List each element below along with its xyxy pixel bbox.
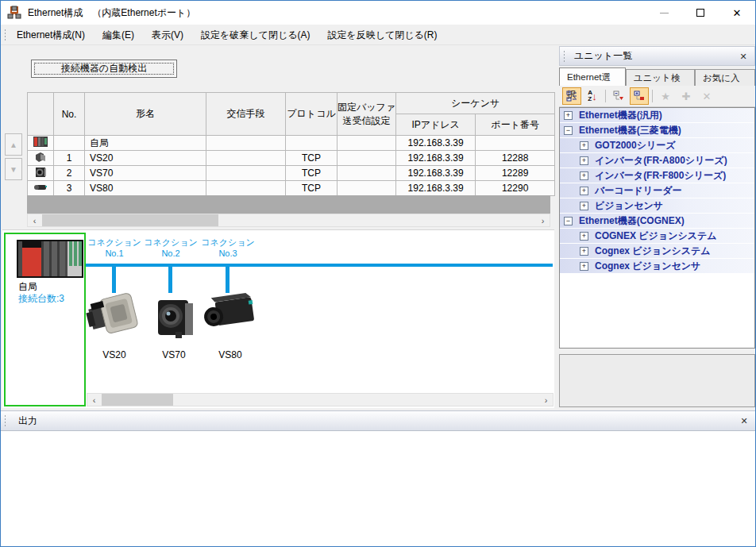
collapse-icon[interactable]: −	[564, 217, 573, 225]
tree-item-cognex-vision-system-upper[interactable]: + COGNEX ビジョンシステム	[560, 229, 754, 244]
expand-icon[interactable]: +	[580, 171, 588, 180]
row-up-button[interactable]: ▲	[5, 133, 22, 156]
expand-icon[interactable]: +	[580, 156, 588, 165]
expand-icon[interactable]: +	[580, 141, 588, 150]
sort-az-button[interactable]: AZ ↓	[583, 87, 602, 105]
connection-label-3: コネクション No.3	[195, 237, 261, 259]
tree-item-got2000[interactable]: + GOT2000シリーズ	[560, 138, 754, 153]
menu-view[interactable]: 表示(V)	[144, 26, 191, 44]
cell-port[interactable]: 12290	[476, 181, 555, 196]
expand-icon[interactable]: +	[580, 187, 588, 195]
cell-no-selected[interactable]	[54, 136, 85, 151]
col-comm-header: 交信手段	[206, 93, 286, 136]
table-row-vs80[interactable]: 3 VS80 TCP 192.168.3.39 12290	[28, 181, 555, 196]
vs80-camera-image[interactable]	[199, 292, 261, 338]
scroll-left-icon[interactable]: ‹	[28, 214, 41, 226]
table-row-vs20[interactable]: 1 VS20 TCP 192.168.3.39 12288	[28, 151, 555, 166]
expand-all-button[interactable]	[630, 87, 649, 105]
menu-ethernet-config[interactable]: Ethernet構成(N)	[9, 26, 93, 44]
collapse-all-button[interactable]	[609, 87, 628, 105]
col-plc-group-header: シーケンサ	[396, 93, 555, 114]
cell-model[interactable]: 自局	[85, 136, 206, 151]
conn3-line2: No.3	[195, 248, 261, 259]
tree-item-inverter-frf800[interactable]: + インバータ(FR-F800シリーズ)	[560, 168, 754, 183]
cell-ip[interactable]: 192.168.3.39	[396, 136, 476, 151]
cell-protocol[interactable]: TCP	[286, 166, 338, 181]
cell-ip[interactable]: 192.168.3.39	[396, 181, 476, 196]
row-down-button[interactable]: ▼	[5, 158, 22, 180]
minimize-button[interactable]	[646, 1, 682, 25]
table-row-host[interactable]: 自局 192.168.3.39	[28, 136, 555, 151]
menu-discard-close[interactable]: 設定を破棄して閉じる(A)	[193, 26, 318, 44]
add-favorite-button[interactable]: ✚	[677, 87, 696, 105]
vs20-camera-image[interactable]	[86, 287, 143, 343]
star-icon: ★	[661, 91, 670, 102]
tree-item-ethernet-cognex[interactable]: − Ethernet機器(COGNEX)	[560, 214, 754, 229]
tree-label: COGNEX ビジョンシステム	[595, 229, 717, 243]
table-hscroll-thumb[interactable]	[42, 214, 218, 226]
tree-item-inverter-fra800[interactable]: + インバータ(FR-A800シリーズ)	[560, 153, 754, 168]
tree-label: Ethernet機器(汎用)	[579, 109, 662, 122]
expand-icon[interactable]: +	[580, 202, 588, 210]
vs70-camera-image[interactable]	[152, 295, 196, 341]
cell-protocol[interactable]: TCP	[286, 181, 338, 196]
cell-port[interactable]: 12288	[476, 151, 555, 166]
tree-item-barcode-reader[interactable]: + バーコードリーダー	[560, 183, 754, 198]
unit-list-close-button[interactable]: ✕	[737, 50, 750, 63]
close-button[interactable]: ✕	[719, 1, 755, 25]
expand-icon[interactable]: +	[580, 232, 588, 241]
tree-item-ethernet-generic[interactable]: + Ethernet機器(汎用)	[560, 108, 754, 123]
col-protocol-header: プロトコル	[286, 93, 338, 136]
tree-item-cognex-vision-system[interactable]: + Cognex ビジョンシステム	[560, 244, 754, 259]
cell-fixed	[338, 181, 396, 196]
scroll-left-icon[interactable]: ‹	[87, 394, 101, 406]
cell-model[interactable]: VS80	[85, 181, 206, 196]
plc-module	[41, 241, 49, 276]
vs80-label: VS80	[199, 349, 261, 360]
vs70-label: VS70	[152, 349, 196, 360]
cell-no[interactable]: 3	[54, 181, 85, 196]
menu-edit[interactable]: 編集(E)	[94, 26, 142, 44]
tree-item-cognex-vision-sensor[interactable]: + Cognex ビジョンセンサ	[560, 259, 754, 274]
tab-unit-search[interactable]: ユニット検索	[626, 69, 695, 86]
expand-icon[interactable]: +	[580, 262, 588, 271]
cell-no[interactable]: 1	[54, 151, 85, 166]
expand-icon[interactable]: +	[564, 111, 573, 120]
unit-list-toolbar: AZ ↓	[559, 86, 755, 107]
cell-model[interactable]: VS20	[85, 151, 206, 166]
tree-item-vision-sensor[interactable]: + ビジョンセンサ	[560, 198, 754, 214]
device-table: No. 形名 交信手段 プロトコル 固定バッファ 送受信設定 シーケンサ IPア…	[27, 92, 555, 196]
cell-model[interactable]: VS70	[85, 166, 206, 181]
cell-port[interactable]: 12289	[476, 166, 555, 181]
table-row-vs70[interactable]: 2 VS70 TCP 192.168.3.39 12289	[28, 166, 555, 181]
collapse-all-icon	[613, 91, 624, 102]
maximize-button[interactable]	[682, 1, 719, 25]
cell-fixed	[338, 136, 396, 151]
expand-icon[interactable]: +	[580, 247, 588, 256]
cell-ip[interactable]: 192.168.3.39	[396, 166, 476, 181]
cell-ip[interactable]: 192.168.3.39	[396, 151, 476, 166]
scroll-right-icon[interactable]: ›	[539, 394, 553, 406]
output-close-button[interactable]: ✕	[738, 414, 750, 427]
host-connection-count: 接続台数:3	[18, 292, 64, 306]
auto-detect-button[interactable]: 接続機器の自動検出	[31, 60, 177, 78]
diagram-hscrollbar[interactable]: ‹ ›	[87, 393, 554, 406]
host-station-box[interactable]: 自局 接続台数:3	[4, 233, 86, 406]
tree-item-ethernet-mitsubishi[interactable]: − Ethernet機器(三菱電機)	[560, 123, 754, 138]
auto-detect-label: 接続機器の自動検出	[61, 63, 147, 74]
cell-protocol[interactable]: TCP	[286, 151, 338, 166]
table-hscrollbar[interactable]: ‹ ›	[27, 214, 550, 227]
diagram-hscroll-thumb[interactable]	[102, 394, 173, 406]
tab-ethernet-select[interactable]: Ethernet選択	[559, 67, 626, 86]
favorite-star-button[interactable]: ★	[656, 87, 675, 105]
collapse-icon[interactable]: −	[564, 126, 573, 135]
delete-button[interactable]: ✕	[697, 87, 716, 105]
main-area: 接続機器の自動検出 ▲ ▼ No. 形名 交信手段 プロトコル 固定バッファ	[1, 45, 755, 410]
cell-no[interactable]: 2	[54, 166, 85, 181]
scroll-right-icon[interactable]: ›	[536, 214, 550, 226]
tree-label: Cognex ビジョンセンサ	[595, 260, 700, 273]
cell-fixed	[338, 166, 396, 181]
tree-label: Cognex ビジョンシステム	[595, 245, 711, 258]
tab-favorites[interactable]: お気に入り	[695, 69, 755, 86]
menu-apply-close[interactable]: 設定を反映して閉じる(R)	[319, 26, 445, 44]
